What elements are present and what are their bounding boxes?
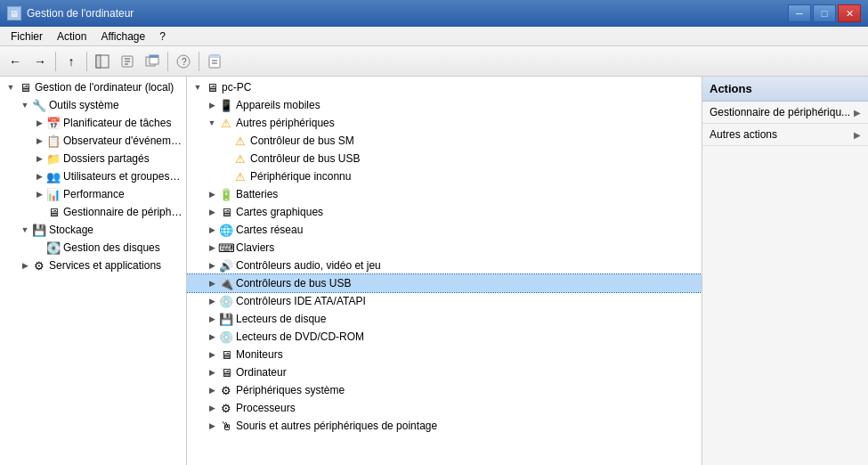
- tree-batteries[interactable]: ▶ 🔋 Batteries: [187, 185, 702, 203]
- up-button[interactable]: ↑: [60, 50, 83, 73]
- ide-icon: 💿: [219, 294, 233, 308]
- maximize-button[interactable]: □: [813, 4, 836, 22]
- tree-dossiers[interactable]: ▶ 📁 Dossiers partagés: [0, 150, 186, 167]
- processeurs-label: Processeurs: [236, 402, 296, 414]
- tree-ide[interactable]: ▶ 💿 Contrôleurs IDE ATA/ATAPI: [187, 292, 702, 310]
- dvd-label: Lecteurs de DVD/CD-ROM: [236, 330, 364, 343]
- tree-bus-usb[interactable]: ▶ ⚠ Contrôleur de bus USB: [187, 150, 702, 167]
- left-panel: ▼ 🖥 Gestion de l'ordinateur (local) ▼ 🔧 …: [0, 77, 187, 465]
- action-gestionnaire[interactable]: Gestionnaire de périphériqu... ▶: [702, 102, 868, 124]
- expand-cartes-reseau[interactable]: ▶: [205, 223, 219, 237]
- root-label: Gestion de l'ordinateur (local): [35, 81, 174, 94]
- mouse-icon: 🖱: [219, 419, 233, 433]
- tree-observateur[interactable]: ▶ 📋 Observateur d'événeme...: [0, 132, 186, 150]
- expand-pc[interactable]: ▼: [191, 80, 205, 94]
- lecteurs-disque-label: Lecteurs de disque: [236, 313, 326, 325]
- tree-ordinateur[interactable]: ▶ 🖥 Ordinateur: [187, 363, 702, 381]
- tree-autres-peripheriques[interactable]: ▼ ⚠ Autres périphériques: [187, 114, 702, 132]
- menu-fichier[interactable]: Fichier: [4, 27, 50, 46]
- tree-lecteurs-disque[interactable]: ▶ 💾 Lecteurs de disque: [187, 310, 702, 328]
- tree-bus-sm[interactable]: ▶ ⚠ Contrôleur de bus SM: [187, 132, 702, 150]
- expand-souris[interactable]: ▶: [205, 419, 219, 433]
- expand-dossiers[interactable]: ▶: [32, 151, 46, 166]
- tree-pc-root[interactable]: ▼ 🖥 pc-PC: [187, 78, 702, 96]
- tree-stockage[interactable]: ▼ 💾 Stockage: [0, 221, 186, 239]
- tree-cartes-graphiques[interactable]: ▶ 🖥 Cartes graphiques: [187, 203, 702, 221]
- expand-appareils[interactable]: ▶: [205, 98, 219, 112]
- expand-performance[interactable]: ▶: [32, 187, 46, 201]
- window-title: Gestion de l'ordinateur: [27, 7, 788, 20]
- help-button[interactable]: ?: [172, 50, 195, 73]
- expand-stockage[interactable]: ▼: [18, 223, 32, 237]
- tree-ctrl-bus-usb[interactable]: ▶ 🔌 Contrôleurs de bus USB: [187, 274, 702, 292]
- observateur-label: Observateur d'événeme...: [63, 135, 183, 147]
- back-button[interactable]: ←: [4, 50, 27, 73]
- tree-gestion-disques[interactable]: ▶ 💽 Gestion des disques: [0, 239, 186, 257]
- expand-lecteurs[interactable]: ▶: [205, 312, 219, 326]
- expand-root[interactable]: ▼: [4, 80, 18, 94]
- expand-periph-sys[interactable]: ▶: [205, 383, 219, 397]
- tree-services[interactable]: ▶ ⚙ Services et applications: [0, 257, 186, 274]
- tree-claviers[interactable]: ▶ ⌨ Claviers: [187, 239, 702, 257]
- properties-button[interactable]: [116, 50, 139, 73]
- ordinateur-icon: 🖥: [219, 365, 233, 379]
- minimize-button[interactable]: ─: [788, 4, 811, 22]
- toolbar-separator-2: [86, 52, 87, 71]
- forward-button[interactable]: →: [28, 50, 52, 73]
- tree-root[interactable]: ▼ 🖥 Gestion de l'ordinateur (local): [0, 78, 186, 96]
- cartes-graphiques-label: Cartes graphiques: [236, 206, 323, 218]
- battery-icon: 🔋: [219, 187, 233, 201]
- toolbar-separator-3: [167, 52, 168, 71]
- svg-rect-1: [96, 55, 101, 68]
- show-hide-button[interactable]: [91, 50, 114, 73]
- tree-performance[interactable]: ▶ 📊 Performance: [0, 185, 186, 203]
- ordinateur-label: Ordinateur: [236, 366, 287, 379]
- menu-affichage[interactable]: Affichage: [93, 27, 152, 46]
- expand-ctrl-usb[interactable]: ▶: [205, 276, 219, 290]
- expand-moniteurs[interactable]: ▶: [205, 347, 219, 362]
- tree-outils-systeme[interactable]: ▼ 🔧 Outils système: [0, 96, 186, 114]
- gestionnaire-label: Gestionnaire de périphé...: [63, 206, 183, 218]
- expand-utilisateurs[interactable]: ▶: [32, 169, 46, 184]
- expand-dvd[interactable]: ▶: [205, 330, 219, 344]
- disk-drive-icon: 💾: [219, 312, 233, 326]
- dvd-icon: 💿: [219, 330, 233, 344]
- tree-periph-inconnu[interactable]: ▶ ⚠ Périphérique inconnu: [187, 167, 702, 185]
- tree-appareils-mobiles[interactable]: ▶ 📱 Appareils mobiles: [187, 96, 702, 114]
- expand-ide[interactable]: ▶: [205, 294, 219, 308]
- expand-cartes-graph[interactable]: ▶: [205, 205, 219, 219]
- event-icon: 📋: [46, 134, 61, 148]
- tree-planificateur[interactable]: ▶ 📅 Planificateur de tâches: [0, 114, 186, 132]
- cpu-icon: ⚙: [219, 401, 233, 415]
- expand-batteries[interactable]: ▶: [205, 187, 219, 201]
- expand-autres[interactable]: ▼: [205, 116, 219, 130]
- expand-processeurs[interactable]: ▶: [205, 401, 219, 415]
- window-controls: ─ □ ✕: [788, 4, 861, 22]
- tree-dvd[interactable]: ▶ 💿 Lecteurs de DVD/CD-ROM: [187, 328, 702, 346]
- menu-action[interactable]: Action: [50, 27, 93, 46]
- tree-souris[interactable]: ▶ 🖱 Souris et autres périphériques de po…: [187, 417, 702, 435]
- tree-cartes-reseau[interactable]: ▶ 🌐 Cartes réseau: [187, 221, 702, 239]
- expand-audio[interactable]: ▶: [205, 258, 219, 273]
- new-window-button[interactable]: [141, 50, 164, 73]
- periph-inconnu-label: Périphérique inconnu: [250, 170, 351, 183]
- tree-moniteurs[interactable]: ▶ 🖥 Moniteurs: [187, 346, 702, 363]
- close-button[interactable]: ✕: [838, 4, 861, 22]
- expand-observateur[interactable]: ▶: [32, 134, 46, 148]
- tree-periph-sys[interactable]: ▶ ⚙ Périphériques système: [187, 381, 702, 399]
- menubar: Fichier Action Affichage ?: [0, 27, 868, 46]
- menu-help[interactable]: ?: [152, 27, 173, 46]
- tree-processeurs[interactable]: ▶ ⚙ Processeurs: [187, 399, 702, 417]
- expand-planificateur[interactable]: ▶: [32, 116, 46, 130]
- action-autres[interactable]: Autres actions ▶: [702, 124, 868, 146]
- tree-gestionnaire[interactable]: ▶ 🖥 Gestionnaire de périphé...: [0, 203, 186, 221]
- expand-outils[interactable]: ▼: [18, 98, 32, 112]
- expand-services[interactable]: ▶: [18, 258, 32, 273]
- tree-audio[interactable]: ▶ 🔊 Contrôleurs audio, vidéo et jeu: [187, 257, 702, 274]
- expand-ordinateur[interactable]: ▶: [205, 365, 219, 379]
- tree-utilisateurs[interactable]: ▶ 👥 Utilisateurs et groupes l...: [0, 167, 186, 185]
- export-button[interactable]: [203, 50, 226, 73]
- device-manager-icon: 🖥: [46, 205, 61, 219]
- disk-icon: 💽: [46, 241, 61, 255]
- cartes-reseau-label: Cartes réseau: [236, 224, 303, 236]
